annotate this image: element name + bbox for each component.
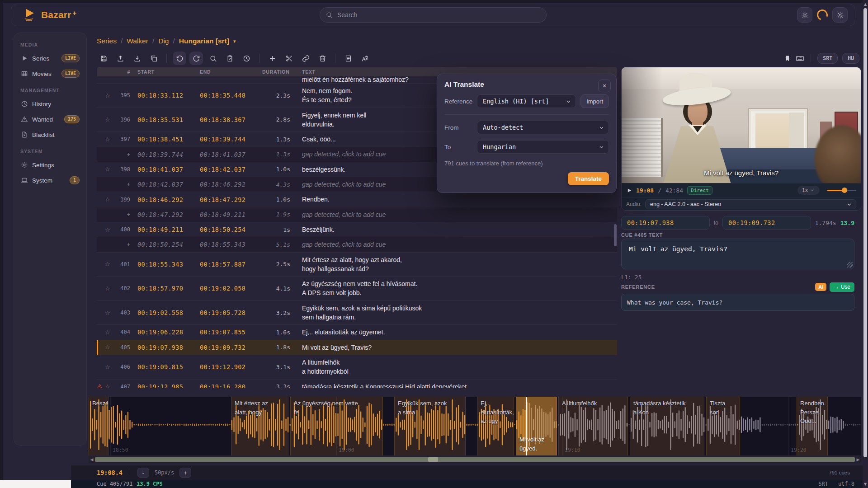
timeline-scrollbar-thumb[interactable] <box>95 457 855 462</box>
audio-track-select[interactable]: eng - AAC 2.0 - aac - Stereo <box>645 199 856 209</box>
speed-select[interactable]: 1x <box>797 186 820 195</box>
cue-row[interactable]: ☆40400:19:06.22800:19:07.8551.6sEj,.. el… <box>97 324 617 339</box>
star-icon[interactable]: ☆ <box>103 285 112 292</box>
scroll-up-arrow[interactable]: ▲ <box>863 1 868 7</box>
star-icon[interactable]: ☆ <box>103 92 112 99</box>
cue-text-label: CUE #405 TEXT <box>621 232 663 238</box>
clipboard-check-button[interactable] <box>223 52 236 65</box>
star-icon[interactable]: ☆ <box>103 226 112 233</box>
add-button[interactable] <box>265 52 279 65</box>
upload-button[interactable] <box>113 52 127 65</box>
brand-logo[interactable]: Bazarr + <box>23 8 76 22</box>
cue-row[interactable]: ☆40700:19:12.98500:19:16.2803.3stámadásr… <box>97 379 617 388</box>
cue-row[interactable]: ☆40000:18:49.21100:18:50.2541sBeszéljünk… <box>97 222 617 237</box>
cue-start-input[interactable]: 00:19:07.938 <box>621 216 710 230</box>
volume-slider[interactable] <box>827 190 856 191</box>
waveform-timeline[interactable]: Beszéljünk.Mit értesz azalatt, hogyAz üg… <box>89 397 861 455</box>
cue-start-time: 00:18:38.451 <box>137 136 196 143</box>
breadcrumb-link[interactable]: Walker <box>127 37 148 45</box>
cue-row-selected[interactable]: ☆40500:19:07.93800:19:09.7321.8sMi volt … <box>97 340 617 355</box>
translate-button[interactable] <box>358 52 372 65</box>
to-select[interactable]: Hungarian <box>477 140 609 154</box>
zoom-in-button[interactable]: + <box>179 468 191 478</box>
play-icon[interactable] <box>626 188 632 193</box>
page-scrollbar-thumb[interactable] <box>863 8 867 457</box>
gap-row[interactable]: +00:18:50.25400:18:55.3435.1sgap detecte… <box>97 237 617 252</box>
sidebar-section-title: SYSTEM <box>20 149 80 154</box>
settings-button[interactable] <box>832 7 848 23</box>
video-frame[interactable]: Mi volt az ügyed, Travis? <box>622 67 861 183</box>
from-select[interactable]: Auto-detect <box>477 121 609 134</box>
cue-row[interactable]: ☆40200:18:57.97000:19:02.0584.1sAz ügyés… <box>97 276 617 300</box>
star-icon[interactable]: ☆ <box>103 344 112 351</box>
timeline-cue-segment[interactable]: Beszéljünk. <box>89 397 108 455</box>
clock-button[interactable] <box>240 52 253 65</box>
undo-button[interactable] <box>173 52 186 65</box>
trash-button[interactable] <box>316 52 329 65</box>
keyboard-icon[interactable] <box>796 54 804 63</box>
doc-list-button[interactable] <box>341 52 355 65</box>
bookmark-icon[interactable] <box>783 55 791 62</box>
star-icon[interactable]: ☆ <box>103 166 112 173</box>
sidebar-item-history[interactable]: History <box>17 96 84 112</box>
gap-row[interactable]: +00:18:47.29200:18:49.2111.9sgap detecte… <box>97 207 617 222</box>
timeline-cue-segment[interactable]: Ej,..elutasították,az ügy <box>477 397 514 455</box>
sidebar-item-series[interactable]: SeriesLIVE <box>17 51 84 66</box>
cue-row[interactable]: ☆40300:19:02.55800:19:05.7283.2sEgyikük … <box>97 300 617 325</box>
cue-end-input[interactable]: 00:19:09.732 <box>722 216 811 230</box>
search-input[interactable] <box>320 7 547 23</box>
cue-duration: 5.1s <box>262 241 290 248</box>
format-badge[interactable]: SRT <box>817 53 838 64</box>
star-icon[interactable]: ☆ <box>103 196 112 203</box>
language-badge[interactable]: HU <box>842 53 859 64</box>
cue-start-time: 00:18:35.531 <box>137 116 196 123</box>
timeline-time-label: 19:10 <box>565 447 580 453</box>
timeline-cue-segment-active[interactable]: Mi volt azügyed. <box>516 397 557 455</box>
star-icon[interactable]: ☆ <box>103 383 112 388</box>
download-button[interactable] <box>130 52 144 65</box>
cue-text-editor[interactable]: Mi volt az ügyed, Travis? <box>621 239 854 269</box>
link-button[interactable] <box>299 52 312 65</box>
sidebar-item-blacklist[interactable]: Blacklist <box>17 127 84 142</box>
cue-duration: 3.2s <box>262 310 290 316</box>
star-icon[interactable]: ☆ <box>103 364 112 371</box>
zoom-out-button[interactable]: - <box>137 468 149 478</box>
redo-button[interactable] <box>189 52 203 65</box>
table-scrollbar-thumb[interactable] <box>614 224 617 246</box>
import-button[interactable]: Import <box>580 94 609 108</box>
dialog-close-button[interactable]: × <box>598 80 611 92</box>
cue-row[interactable]: ☆40100:18:55.34300:18:57.8872.5sMit érte… <box>97 252 617 277</box>
search-button[interactable] <box>206 52 220 65</box>
timeline-cue-segment[interactable]: Mit értesz azalatt, hogy <box>231 397 288 455</box>
sidebar-item-settings[interactable]: Settings <box>17 157 84 173</box>
scroll-down-arrow[interactable]: ▼ <box>863 481 868 487</box>
display-settings-button[interactable] <box>797 7 812 23</box>
breadcrumb-current[interactable]: Hungarian [srt] <box>179 37 229 45</box>
star-icon[interactable]: ☆ <box>103 310 112 316</box>
sidebar-item-movies[interactable]: MoviesLIVE <box>17 66 84 81</box>
sidebar-item-wanted[interactable]: Wanted175 <box>17 112 84 127</box>
star-icon[interactable]: ☆ <box>103 116 112 123</box>
playhead[interactable] <box>526 397 527 455</box>
sidebar-item-system[interactable]: System1 <box>17 173 84 188</box>
cue-number: 396 <box>112 117 130 123</box>
star-icon[interactable]: ☆ <box>103 329 112 336</box>
use-reference-button[interactable]: → Use <box>830 282 854 292</box>
reference-select[interactable]: English (HI) [srt] <box>477 94 576 108</box>
timeline-cue-segment[interactable]: Egyikük sem, azoka sima <box>394 397 466 455</box>
breadcrumb-link[interactable]: Series <box>97 37 117 45</box>
scroll-left-arrow[interactable]: ◀ <box>89 456 95 463</box>
column-header-end: END <box>200 69 259 75</box>
cut-button[interactable] <box>282 52 296 65</box>
timeline-cue-segment[interactable]: támadásra késztetika Kon <box>630 397 704 455</box>
scroll-right-arrow[interactable]: ▶ <box>855 456 861 463</box>
star-icon[interactable]: ☆ <box>103 261 112 267</box>
breadcrumb-link[interactable]: Dig <box>158 37 169 45</box>
star-icon[interactable]: ☆ <box>103 136 112 143</box>
timeline-cue-segment[interactable]: Tisztasor! <box>706 397 740 455</box>
cue-row[interactable]: ☆39900:18:46.29200:18:47.2921.0sRendben. <box>97 192 617 206</box>
copy-button[interactable] <box>147 52 160 65</box>
translate-button[interactable]: Translate <box>568 172 609 185</box>
save-button[interactable] <box>97 52 110 65</box>
cue-row[interactable]: ☆40600:19:09.81500:19:12.9023.1sA lítium… <box>97 355 617 379</box>
